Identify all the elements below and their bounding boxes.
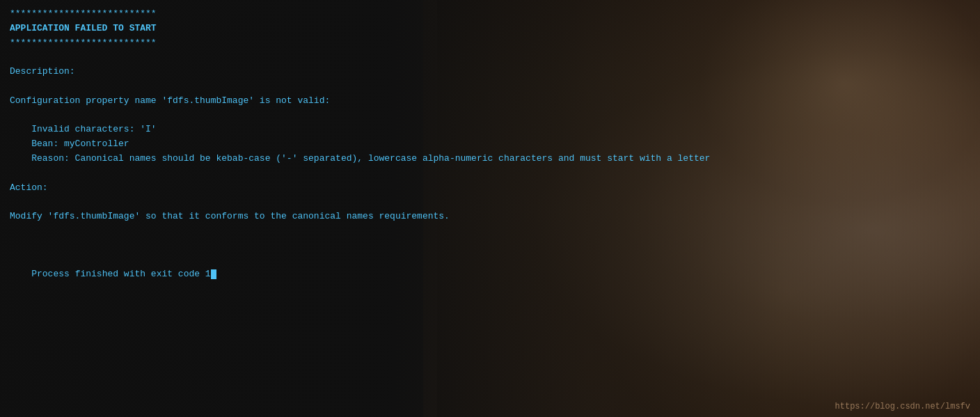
- cursor: [211, 269, 216, 279]
- action-label: Action:: [10, 181, 970, 196]
- action-text: Modify 'fdfs.thumbImage' so that it conf…: [10, 210, 970, 224]
- empty-line-7: [10, 239, 970, 253]
- terminal-output: *************************** APPLICATION …: [0, 0, 980, 417]
- empty-line-2: [10, 79, 970, 94]
- process-exit-line: Process finished with exit code 1: [10, 253, 970, 297]
- app-failed-title: APPLICATION FAILED TO START: [10, 22, 970, 36]
- watermark: https://blog.csdn.net/lmsfv: [835, 402, 970, 411]
- empty-line-3: [10, 109, 970, 123]
- empty-line-5: [10, 195, 970, 210]
- empty-line-4: [10, 166, 970, 181]
- empty-line-6: [10, 224, 970, 239]
- config-error-line: Configuration property name 'fdfs.thumbI…: [10, 94, 970, 109]
- stars-top: ***************************: [10, 7, 970, 22]
- reason-line: Reason: Canonical names should be kebab-…: [10, 152, 970, 166]
- bean-line: Bean: myController: [10, 137, 970, 152]
- empty-line-1: [10, 50, 970, 65]
- invalid-chars-line: Invalid characters: 'I': [10, 123, 970, 137]
- description-label: Description:: [10, 65, 970, 79]
- stars-bottom: ***************************: [10, 36, 970, 51]
